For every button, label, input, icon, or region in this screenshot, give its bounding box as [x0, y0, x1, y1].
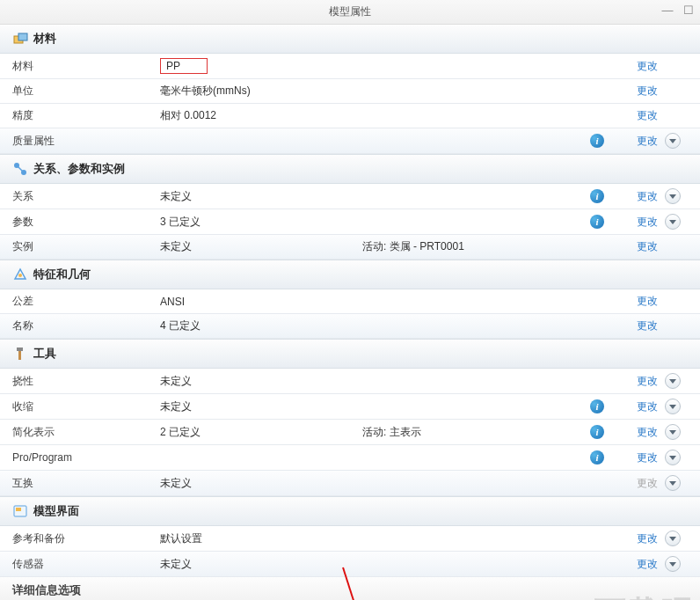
section-title: 工具: [33, 346, 56, 362]
section-header-material: 材料: [0, 25, 700, 54]
row-interchange: 互换 未定义 更改: [0, 471, 700, 496]
change-link[interactable]: 更改: [637, 375, 658, 387]
section-header-tools: 工具: [0, 339, 700, 369]
section-title: 模型界面: [33, 503, 79, 519]
section-header-interface: 模型界面: [0, 496, 700, 526]
row-value: 毫米牛顿秒(mmNs): [160, 84, 362, 99]
row-flexibility: 挠性 未定义 更改: [0, 369, 700, 394]
row-tolerance: 公差 ANSI 更改: [0, 289, 700, 314]
info-icon[interactable]: i: [590, 425, 604, 439]
tools-icon: [12, 346, 28, 362]
row-material: 材料 PP 更改: [0, 54, 700, 79]
svg-rect-1: [18, 33, 27, 40]
row-value: 3 已定义: [160, 215, 362, 230]
minimize-icon[interactable]: —: [661, 4, 674, 16]
change-link[interactable]: 更改: [637, 135, 658, 147]
row-precision: 精度 相对 0.0012 更改: [0, 104, 700, 128]
row-value: 未定义: [160, 476, 362, 491]
expand-button[interactable]: [665, 214, 681, 230]
expand-button[interactable]: [665, 530, 681, 546]
row-label: Pro/Program: [12, 451, 160, 464]
expand-button[interactable]: [665, 475, 681, 491]
row-extra: 活动: 主表示: [362, 425, 584, 440]
row-reference-backup: 参考和备份 默认设置 更改: [0, 526, 700, 552]
row-value: 未定义: [160, 374, 362, 389]
row-label: 名称: [12, 318, 160, 333]
section-title: 关系、参数和实例: [33, 161, 125, 177]
row-label: 挠性: [12, 374, 160, 389]
change-link[interactable]: 更改: [637, 240, 658, 252]
info-icon[interactable]: i: [590, 399, 604, 413]
feature-icon: [12, 267, 28, 282]
row-label: 单位: [12, 84, 160, 99]
info-icon[interactable]: i: [590, 134, 604, 148]
row-label: 互换: [12, 476, 160, 491]
row-unit: 单位 毫米牛顿秒(mmNs) 更改: [0, 79, 700, 104]
row-label: 实例: [12, 239, 160, 254]
row-label: 关系: [12, 189, 160, 204]
section-title: 材料: [33, 31, 56, 47]
change-link[interactable]: 更改: [637, 109, 658, 121]
row-extra: 活动: 类属 - PRT0001: [362, 239, 584, 254]
row-label: 收缩: [12, 399, 160, 414]
change-link[interactable]: 更改: [637, 400, 658, 413]
change-link[interactable]: 更改: [637, 532, 658, 545]
maximize-icon[interactable]: ☐: [682, 4, 695, 16]
row-names: 名称 4 已定义 更改: [0, 314, 700, 339]
change-link[interactable]: 更改: [637, 60, 658, 72]
section-header-relations: 关系、参数和实例: [0, 154, 700, 184]
row-value: 相对 0.0012: [160, 108, 362, 123]
svg-point-5: [18, 274, 22, 277]
row-label: 传感器: [12, 557, 160, 572]
expand-button[interactable]: [665, 188, 681, 204]
change-link-disabled: 更改: [637, 477, 658, 489]
change-link[interactable]: 更改: [637, 84, 658, 97]
info-icon[interactable]: i: [590, 189, 604, 203]
title-bar: 模型属性 — ☐: [0, 0, 700, 25]
row-value: 未定义: [160, 557, 362, 572]
row-label: 参考和备份: [12, 531, 160, 546]
row-label: 精度: [12, 108, 160, 123]
svg-line-4: [17, 165, 24, 172]
row-pro-program: Pro/Program i 更改: [0, 445, 700, 471]
row-label: 公差: [12, 294, 160, 309]
row-params: 参数 3 已定义 i 更改: [0, 209, 700, 235]
detail-info-section: 详细信息选项: [0, 577, 700, 600]
change-link[interactable]: 更改: [637, 319, 658, 332]
expand-button[interactable]: [665, 450, 681, 465]
expand-button[interactable]: [665, 556, 681, 572]
row-value: 2 已定义: [160, 425, 362, 440]
expand-button[interactable]: [665, 424, 681, 440]
row-simplified-rep: 简化表示 2 已定义 活动: 主表示 i 更改: [0, 420, 700, 445]
row-mass-props: 质量属性 i 更改: [0, 128, 700, 154]
expand-button[interactable]: [665, 133, 681, 149]
change-link[interactable]: 更改: [637, 190, 658, 202]
expand-button[interactable]: [665, 399, 681, 414]
change-link[interactable]: 更改: [637, 216, 658, 228]
row-instances: 实例 未定义 活动: 类属 - PRT0001 更改: [0, 235, 700, 260]
row-sensor: 传感器 未定义 更改: [0, 552, 700, 577]
row-label: 简化表示: [12, 425, 160, 440]
info-icon[interactable]: i: [590, 215, 604, 229]
row-shrinkage: 收缩 未定义 i 更改: [0, 394, 700, 420]
change-link[interactable]: 更改: [637, 451, 658, 464]
row-value: 默认设置: [160, 531, 362, 546]
row-value-highlighted: PP: [160, 58, 208, 74]
section-title: 特征和几何: [33, 267, 91, 282]
row-value: 未定义: [160, 399, 362, 414]
row-relations: 关系 未定义 i 更改: [0, 184, 700, 209]
window-title: 模型属性: [329, 4, 371, 19]
row-label: 质量属性: [12, 134, 160, 149]
svg-rect-9: [16, 508, 21, 511]
row-label: 材料: [12, 59, 160, 74]
expand-button[interactable]: [665, 373, 681, 389]
row-label: 参数: [12, 215, 160, 230]
change-link[interactable]: 更改: [637, 558, 658, 570]
info-icon[interactable]: i: [590, 450, 604, 465]
interface-icon: [12, 503, 28, 519]
change-link[interactable]: 更改: [637, 295, 658, 307]
relations-icon: [12, 161, 28, 177]
content-area: 材料 材料 PP 更改 单位 毫米牛顿秒(mmNs) 更改 精度 相对 0.00…: [0, 25, 700, 600]
change-link[interactable]: 更改: [637, 426, 658, 438]
section-header-feature: 特征和几何: [0, 260, 700, 289]
